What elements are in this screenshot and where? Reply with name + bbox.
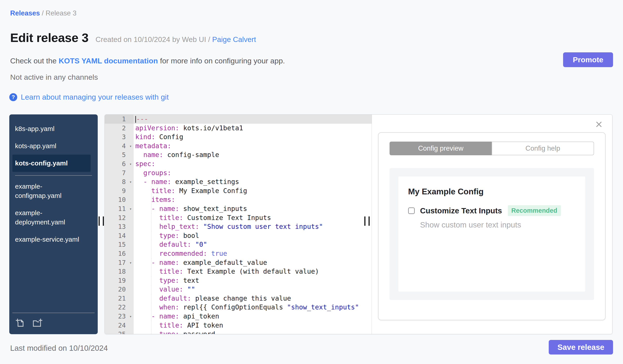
fold-arrow-icon[interactable]: ▾ <box>129 160 132 169</box>
recommended-badge: Recommended <box>508 205 561 216</box>
yaml-code-editor[interactable]: 1---2apiVersion: kots.io/v1beta13kind: C… <box>105 115 372 334</box>
code-line-7[interactable]: 7 groups: <box>105 168 372 178</box>
fold-arrow-icon[interactable]: ▾ <box>129 312 132 321</box>
code-line-14[interactable]: 14 type: bool <box>105 231 372 240</box>
code-text: - name: show_text_inputs <box>134 204 372 213</box>
indent-guide <box>151 249 152 258</box>
code-text: spec: <box>134 160 372 168</box>
indent-guide <box>151 330 152 334</box>
file-item-example-service.yaml[interactable]: example-service.yaml <box>12 231 91 248</box>
file-list-bottom: example-configmap.yamlexample-deployment… <box>9 178 98 248</box>
code-line-12[interactable]: 12 title: Customize Text Inputs <box>105 213 372 222</box>
fold-arrow-icon[interactable]: ▾ <box>129 142 132 151</box>
code-text: help_text: "Show custom user text inputs… <box>134 222 372 231</box>
code-text: name: config-sample <box>134 150 372 160</box>
code-line-18[interactable]: 18 title: Text Example (with default val… <box>105 267 372 276</box>
line-number: 8▾ <box>105 177 134 186</box>
code-line-2[interactable]: 2apiVersion: kots.io/v1beta1 <box>105 124 372 133</box>
code-line-17[interactable]: 17▾ - name: example_default_value <box>105 258 372 267</box>
editor-shell: 1---2apiVersion: kots.io/v1beta13kind: C… <box>105 114 612 334</box>
code-line-15[interactable]: 15 default: "0" <box>105 240 372 249</box>
code-text: apiVersion: kots.io/v1beta1 <box>134 124 372 133</box>
fold-arrow-icon[interactable]: ▾ <box>129 204 132 214</box>
code-line-1[interactable]: 1--- <box>105 115 372 124</box>
file-item-kots-app.yaml[interactable]: kots-app.yaml <box>12 137 91 155</box>
line-number: 17▾ <box>105 258 134 267</box>
line-number: 23▾ <box>105 312 134 321</box>
file-item-k8s-app.yaml[interactable]: k8s-app.yaml <box>12 120 91 137</box>
code-line-16[interactable]: 16 recommended: true <box>105 249 372 258</box>
code-line-6[interactable]: 6▾spec: <box>105 160 372 168</box>
indent-guide <box>151 186 152 196</box>
sidebar-footer <box>12 313 95 334</box>
code-line-9[interactable]: 9 title: My Example Config <box>105 186 372 196</box>
code-text: when: repl{{ ConfigOptionEquals "show_te… <box>134 303 372 312</box>
line-number: 22 <box>105 303 134 312</box>
config-checkbox[interactable] <box>408 207 415 214</box>
code-line-3[interactable]: 3kind: Config <box>105 133 372 142</box>
close-icon[interactable] <box>595 120 603 128</box>
indent-guide <box>151 240 152 249</box>
code-text: items: <box>134 195 372 204</box>
code-line-10[interactable]: 10 items: <box>105 195 372 204</box>
line-number: 19 <box>105 276 134 285</box>
file-item-example-deployment.yaml[interactable]: example-deployment.yaml <box>12 204 91 231</box>
line-number: 9 <box>105 186 134 196</box>
config-preview-card: Config previewConfig help My Example Con… <box>378 132 605 320</box>
config-item-row: Customize Text Inputs Recommended <box>408 205 585 216</box>
page-title: Edit release 3 <box>10 30 89 45</box>
sidebar-divider <box>15 175 92 176</box>
code-line-5[interactable]: 5 name: config-sample <box>105 150 372 160</box>
file-list-top: k8s-app.yamlkots-app.yamlkots-config.yam… <box>9 120 98 172</box>
file-item-example-configmap.yaml[interactable]: example-configmap.yaml <box>12 178 91 204</box>
line-number: 3 <box>105 133 134 142</box>
code-line-4[interactable]: 4▾metadata: <box>105 142 372 151</box>
code-line-24[interactable]: 24 title: API token <box>105 321 372 330</box>
code-line-8[interactable]: 8▾ - name: example_settings <box>105 177 372 186</box>
kots-yaml-doc-link[interactable]: KOTS YAML documentation <box>59 57 158 65</box>
file-item-kots-config.yaml[interactable]: kots-config.yaml <box>12 155 91 172</box>
code-line-25[interactable]: 25 type: password <box>105 330 372 334</box>
code-text: - name: example_default_value <box>134 258 372 267</box>
code-text: groups: <box>134 168 372 178</box>
created-info: Created on 10/10/2024 by Web UI / Paige … <box>95 35 256 44</box>
file-sidebar: k8s-app.yamlkots-app.yamlkots-config.yam… <box>9 114 98 334</box>
line-number: 1 <box>105 115 134 124</box>
fold-arrow-icon[interactable]: ▾ <box>129 178 132 187</box>
code-line-23[interactable]: 23▾ - name: api_token <box>105 312 372 321</box>
preview-viewport: My Example Config Customize Text Inputs … <box>390 168 594 300</box>
sidebar-resize-handle[interactable] <box>99 217 104 226</box>
code-line-13[interactable]: 13 help_text: "Show custom user text inp… <box>105 222 372 231</box>
breadcrumb-releases-link[interactable]: Releases <box>10 9 40 17</box>
line-number: 24 <box>105 321 134 330</box>
code-line-20[interactable]: 20 value: "" <box>105 285 372 294</box>
indent-guide <box>151 267 152 276</box>
save-release-button[interactable]: Save release <box>549 340 613 355</box>
line-number: 18 <box>105 267 134 276</box>
tab-config-help[interactable]: Config help <box>492 142 594 155</box>
git-help-link[interactable]: Learn about managing your releases with … <box>21 93 169 101</box>
code-text: title: My Example Config <box>134 186 372 196</box>
line-number: 25 <box>105 330 134 334</box>
code-text: title: API token <box>134 321 372 330</box>
code-line-21[interactable]: 21 default: please change this value <box>105 294 372 303</box>
channel-status: Not active in any channels <box>10 73 98 81</box>
line-number: 20 <box>105 285 134 294</box>
new-file-icon[interactable] <box>15 318 25 328</box>
created-author-link[interactable]: Paige Calvert <box>212 35 256 43</box>
indent-guide <box>151 303 152 312</box>
indent-guide <box>151 231 152 240</box>
tab-config-preview[interactable]: Config preview <box>390 142 492 155</box>
new-folder-icon[interactable] <box>32 318 43 328</box>
preview-resize-handle[interactable] <box>364 217 370 226</box>
promote-button[interactable]: Promote <box>563 52 613 67</box>
code-text: recommended: true <box>134 249 372 258</box>
line-number: 6▾ <box>105 160 134 168</box>
code-line-11[interactable]: 11▾ - name: show_text_inputs <box>105 204 372 213</box>
indent-guide <box>151 285 152 294</box>
code-line-22[interactable]: 22 when: repl{{ ConfigOptionEquals "show… <box>105 303 372 312</box>
code-line-19[interactable]: 19 type: text <box>105 276 372 285</box>
fold-arrow-icon[interactable]: ▾ <box>129 258 132 267</box>
line-number: 16 <box>105 249 134 258</box>
indent-guide <box>151 195 152 204</box>
